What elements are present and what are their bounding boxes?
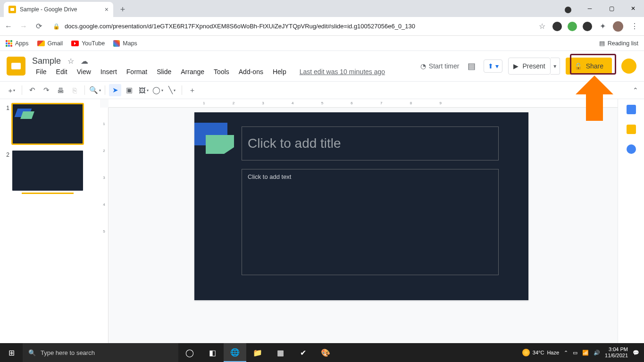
- menubar: File Edit View Insert Format Slide Arran…: [32, 67, 389, 76]
- share-button[interactable]: 🔒 Share: [566, 58, 612, 75]
- taskbar-search[interactable]: 🔍 Type here to search: [23, 343, 178, 362]
- star-icon[interactable]: ☆: [67, 57, 74, 66]
- menu-addons[interactable]: Add-ons: [235, 67, 267, 76]
- extension-icon[interactable]: [552, 22, 562, 31]
- bookmark-label: Gmail: [48, 40, 63, 47]
- wifi-icon[interactable]: 📶: [582, 350, 589, 356]
- menu-help[interactable]: Help: [269, 67, 290, 76]
- maps-bookmark[interactable]: Maps: [113, 40, 137, 47]
- back-button[interactable]: ←: [4, 22, 13, 31]
- extension-icon[interactable]: [583, 22, 592, 31]
- reload-button[interactable]: ⟳: [34, 22, 43, 31]
- comments-button[interactable]: ▤: [465, 59, 478, 73]
- present-upload-button[interactable]: ⬆ ▾: [484, 59, 502, 73]
- timer-icon: ◔: [420, 62, 426, 70]
- start-timer-button[interactable]: ◔ Start timer: [420, 62, 460, 70]
- last-edit-link[interactable]: Last edit was 10 minutes ago: [296, 67, 389, 76]
- present-button[interactable]: ▶ Present: [508, 58, 550, 75]
- slides-toolbar: + ↶ ↷ 🖶 ⎘ 🔍 ➤ ▣ 🖼 ◯ ╲ ＋ ⌃: [0, 81, 644, 99]
- notifications-icon[interactable]: 💬: [633, 350, 639, 356]
- slide-thumbnail[interactable]: 2: [4, 151, 96, 194]
- keep-sidepanel-icon[interactable]: [627, 125, 636, 134]
- undo-button[interactable]: ↶: [26, 84, 38, 96]
- time-text: 3:04 PM: [605, 346, 628, 353]
- chrome-taskbar-icon[interactable]: 🌐: [224, 343, 246, 362]
- side-panel: [618, 99, 644, 343]
- volume-icon[interactable]: 🔊: [594, 350, 600, 356]
- menu-tools[interactable]: Tools: [210, 67, 233, 76]
- present-icon: ▶: [513, 62, 519, 70]
- slides-favicon-icon: [8, 6, 16, 13]
- menu-file[interactable]: File: [32, 67, 50, 76]
- tab-close-icon[interactable]: ×: [105, 6, 109, 13]
- shape-tool[interactable]: ◯: [151, 84, 164, 96]
- zoom-button[interactable]: 🔍: [89, 84, 101, 96]
- body-placeholder-text: Click to add text: [248, 173, 292, 180]
- menu-arrange[interactable]: Arrange: [177, 67, 208, 76]
- redo-button[interactable]: ↷: [40, 84, 52, 96]
- slides-logo-icon[interactable]: [7, 57, 25, 76]
- title-placeholder[interactable]: Click to add title: [242, 126, 499, 160]
- menu-insert[interactable]: Insert: [97, 67, 121, 76]
- new-slide-button[interactable]: +: [6, 84, 18, 96]
- task-icons: ◯ ◧ 🌐 📁 ▦ ✔ 🎨: [178, 343, 337, 362]
- address-bar[interactable]: 🔒 docs.google.com/presentation/d/1eGTXE6…: [49, 23, 532, 30]
- battery-icon[interactable]: ▭: [573, 350, 577, 356]
- start-button[interactable]: ⊞: [0, 343, 23, 362]
- textbox-tool[interactable]: ▣: [123, 84, 135, 96]
- slide-thumbnail[interactable]: 1: [4, 104, 96, 144]
- menu-format[interactable]: Format: [123, 67, 151, 76]
- menu-slide[interactable]: Slide: [153, 67, 175, 76]
- doc-title[interactable]: Sample: [32, 56, 61, 66]
- menu-edit[interactable]: Edit: [52, 67, 71, 76]
- youtube-bookmark[interactable]: YouTube: [71, 40, 105, 47]
- star-bookmark-icon[interactable]: ☆: [537, 22, 547, 31]
- minimize-button[interactable]: ─: [579, 0, 601, 17]
- slide-canvas[interactable]: Click to add title Click to add text: [194, 112, 528, 300]
- thumb-selection-underline: [22, 193, 74, 194]
- account-badge-icon[interactable]: [557, 0, 579, 17]
- app-taskbar-icon[interactable]: ✔: [292, 343, 314, 362]
- line-tool[interactable]: ╲: [166, 84, 178, 96]
- app-taskbar-icon[interactable]: ▦: [269, 343, 292, 362]
- clock[interactable]: 3:04 PM 11/6/2021: [605, 346, 628, 359]
- title-placeholder-text: Click to add title: [248, 136, 341, 151]
- print-button[interactable]: 🖶: [54, 84, 67, 96]
- extensions-menu-icon[interactable]: ✦: [598, 22, 607, 31]
- present-dropdown[interactable]: ▼: [551, 58, 560, 75]
- browser-tab[interactable]: Sample - Google Drive ×: [4, 2, 113, 17]
- timer-label: Start timer: [429, 62, 460, 70]
- collapse-toolbar-icon[interactable]: ⌃: [633, 86, 638, 94]
- chrome-menu-icon[interactable]: ⋮: [629, 22, 640, 31]
- cortana-icon[interactable]: ◧: [201, 343, 224, 362]
- google-account-avatar[interactable]: [621, 59, 636, 74]
- extension-icon[interactable]: [568, 22, 577, 31]
- weather-widget[interactable]: 34°C Haze: [522, 349, 559, 356]
- search-placeholder: Type here to search: [41, 349, 95, 356]
- paint-format-button[interactable]: ⎘: [68, 84, 81, 96]
- close-window-button[interactable]: ✕: [622, 0, 644, 17]
- reading-list-button[interactable]: ▤ Reading list: [599, 40, 638, 47]
- apps-bookmark[interactable]: Apps: [6, 40, 29, 47]
- cloud-status-icon[interactable]: ☁: [81, 57, 88, 66]
- menu-view[interactable]: View: [73, 67, 95, 76]
- chrome-toolbar: ← → ⟳ 🔒 docs.google.com/presentation/d/1…: [0, 17, 644, 36]
- weather-icon: [522, 349, 530, 356]
- task-view-icon[interactable]: ◯: [178, 343, 201, 362]
- search-icon: 🔍: [28, 349, 36, 356]
- explorer-taskbar-icon[interactable]: 📁: [246, 343, 269, 362]
- maximize-button[interactable]: ▢: [601, 0, 622, 17]
- image-tool[interactable]: 🖼: [137, 84, 150, 96]
- canvas-area[interactable]: 1 2 3 4 5 6 7 8 9 12345 Click to add tit…: [100, 99, 618, 343]
- new-tab-button[interactable]: +: [116, 3, 129, 16]
- chrome-titlebar: Sample - Google Drive × + ─ ▢ ✕: [0, 0, 644, 17]
- comment-tool[interactable]: ＋: [186, 84, 198, 96]
- tray-chevron-icon[interactable]: ⌃: [564, 350, 568, 356]
- profile-avatar-icon[interactable]: [613, 21, 623, 32]
- select-tool[interactable]: ➤: [109, 84, 121, 96]
- body-placeholder[interactable]: Click to add text: [242, 169, 499, 275]
- calendar-sidepanel-icon[interactable]: [627, 105, 636, 114]
- gmail-bookmark[interactable]: Gmail: [37, 40, 63, 47]
- tasks-sidepanel-icon[interactable]: [627, 144, 636, 154]
- paint-taskbar-icon[interactable]: 🎨: [314, 343, 337, 362]
